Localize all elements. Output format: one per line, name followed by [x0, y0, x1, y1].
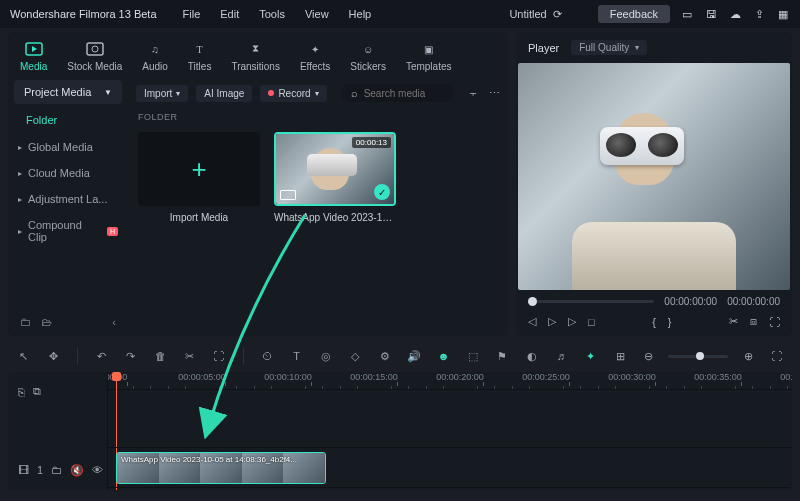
import-button[interactable]: Import▾	[136, 85, 188, 102]
delete-icon[interactable]: 🗑	[152, 348, 167, 364]
tracks-area[interactable]: 00:0000:00:05:0000:00:10:0000:00:15:0000…	[108, 372, 792, 490]
zoom-handle[interactable]	[696, 352, 704, 360]
video-track-1[interactable]: WhatsApp Video 2023-10-05 at 14:08:36_4b…	[108, 448, 792, 488]
monitor-icon[interactable]: ▭	[680, 7, 694, 21]
timeline-clip[interactable]: WhatsApp Video 2023-10-05 at 14:08:36_4b…	[116, 452, 326, 484]
ai-tool-icon[interactable]: ☻	[436, 348, 451, 364]
redo-icon[interactable]: ↷	[123, 348, 138, 364]
mark-out-icon[interactable]: }	[668, 316, 672, 328]
main-menu: File Edit Tools View Help	[183, 8, 372, 20]
tab-audio[interactable]: ♫Audio	[142, 40, 168, 72]
time-ruler[interactable]: 00:0000:00:05:0000:00:10:0000:00:15:0000…	[108, 372, 792, 390]
sidebar-project-media[interactable]: Project Media ▼	[14, 80, 122, 104]
import-media-box[interactable]: +	[138, 132, 260, 206]
mixer-icon[interactable]: ⊞	[612, 348, 628, 364]
cloud-icon[interactable]: ☁	[728, 7, 742, 21]
player-controls: ◁ ▷ ▷ □ { } ✂ ⧇ ⛶	[516, 311, 792, 336]
media-clip-box[interactable]: 00:00:13 ✓	[274, 132, 396, 206]
split-icon[interactable]: ✂	[182, 348, 197, 364]
menu-help[interactable]: Help	[349, 8, 372, 20]
new-folder-icon[interactable]: 🗀	[20, 316, 31, 328]
empty-track[interactable]	[108, 390, 792, 448]
video-track-icon[interactable]: 🎞	[18, 464, 29, 476]
templates-icon: ▣	[420, 40, 438, 58]
lock-icon[interactable]: 🗀	[51, 464, 62, 476]
tab-transitions[interactable]: ⧗Transitions	[231, 40, 280, 72]
marker-icon[interactable]: ⚑	[495, 348, 510, 364]
media-clip-tile[interactable]: 00:00:13 ✓ WhatsApp Video 2023-10-05...	[274, 132, 396, 223]
tab-stickers[interactable]: ☺Stickers	[350, 40, 386, 72]
export-icon[interactable]: ⇪	[752, 7, 766, 21]
smart-tool-icon[interactable]: ✦	[583, 348, 598, 364]
link-icon[interactable]: ⧉	[33, 385, 41, 398]
visibility-icon[interactable]: 👁	[92, 464, 103, 476]
sidebar-adjustment-layer[interactable]: ▸Adjustment La...	[8, 186, 128, 212]
import-media-tile[interactable]: + Import Media	[138, 132, 260, 223]
prev-frame-icon[interactable]: ◁	[528, 315, 536, 328]
player-tab[interactable]: Player	[528, 42, 559, 54]
ai-image-button[interactable]: AI Image	[196, 85, 252, 102]
library-sidebar: Project Media ▼ Folder ▸Global Media ▸Cl…	[8, 78, 128, 336]
folder-label[interactable]: Folder	[8, 106, 128, 134]
scrub-handle[interactable]	[528, 297, 537, 306]
volume-icon[interactable]: 🔊	[406, 348, 421, 364]
speed-icon[interactable]: ⏲	[260, 348, 275, 364]
tab-media[interactable]: Media	[20, 40, 47, 72]
menu-edit[interactable]: Edit	[220, 8, 239, 20]
folder-heading: FOLDER	[136, 106, 500, 128]
record-button[interactable]: Record▾	[260, 85, 326, 102]
menu-tools[interactable]: Tools	[259, 8, 285, 20]
svg-point-2	[92, 46, 98, 52]
sidebar-compound-clip[interactable]: ▸Compound ClipH	[8, 212, 128, 250]
hand-tool-icon[interactable]: ✥	[45, 348, 60, 364]
adjust-icon[interactable]: ⚙	[377, 348, 392, 364]
zoom-in-icon[interactable]: ⊕	[740, 348, 756, 364]
keyframe-icon[interactable]: ◇	[348, 348, 363, 364]
menu-file[interactable]: File	[183, 8, 201, 20]
sidebar-global-media[interactable]: ▸Global Media	[8, 134, 128, 160]
sidebar-actions: 🗀 🗁 ‹	[8, 308, 128, 336]
more-icon[interactable]: ⋯	[489, 87, 500, 100]
sync-icon[interactable]: ⟳	[553, 8, 562, 21]
collapse-sidebar-icon[interactable]: ‹	[112, 316, 116, 328]
chevron-right-icon: ▸	[18, 169, 22, 178]
preview-viewer[interactable]	[518, 63, 790, 290]
zoom-out-icon[interactable]: ⊖	[640, 348, 656, 364]
cursor-tool-icon[interactable]: ↖	[16, 348, 31, 364]
audio-tool-icon[interactable]: ♬	[553, 348, 568, 364]
fit-icon[interactable]: ⛶	[768, 348, 784, 364]
play-icon[interactable]: ▷	[548, 315, 556, 328]
scrub-track[interactable]	[528, 300, 654, 303]
mute-icon[interactable]: 🔇	[70, 464, 84, 477]
menu-view[interactable]: View	[305, 8, 329, 20]
sidebar-cloud-media[interactable]: ▸Cloud Media	[8, 160, 128, 186]
undo-icon[interactable]: ↶	[94, 348, 109, 364]
filter-icon[interactable]: ⫟	[468, 87, 479, 100]
search-input[interactable]	[364, 88, 444, 99]
crop-icon[interactable]: ⛶	[211, 348, 226, 364]
color-icon[interactable]: ◎	[318, 348, 333, 364]
save-icon[interactable]: 🖫	[704, 7, 718, 21]
timeline-body: ⎘⧉ 🎞 1 🗀 🔇 👁 00:0000:00:05:0000:00:10:00…	[8, 372, 792, 490]
next-frame-icon[interactable]: ▷	[568, 315, 576, 328]
fullscreen-icon[interactable]: ⛶	[769, 316, 780, 328]
quality-dropdown[interactable]: Full Quality▾	[571, 40, 647, 55]
apps-icon[interactable]: ▦	[776, 7, 790, 21]
zoom-slider[interactable]	[668, 355, 728, 358]
mark-in-icon[interactable]: {	[652, 316, 656, 328]
mask-icon[interactable]: ◐	[524, 348, 539, 364]
search-box[interactable]: ⌕	[341, 84, 454, 102]
tab-effects[interactable]: ✦Effects	[300, 40, 330, 72]
snapshot-icon[interactable]: ✂	[729, 315, 738, 328]
text-icon[interactable]: T	[289, 348, 304, 364]
tab-stock-media[interactable]: Stock Media	[67, 40, 122, 72]
tab-templates[interactable]: ▣Templates	[406, 40, 452, 72]
feedback-button[interactable]: Feedback	[598, 5, 670, 23]
tab-titles[interactable]: TTitles	[188, 40, 212, 72]
stop-icon[interactable]: □	[588, 316, 595, 328]
track-number: 1	[37, 464, 43, 476]
edit-tool-icon[interactable]: ⬚	[465, 348, 480, 364]
camera-icon[interactable]: ⧇	[750, 315, 757, 328]
open-folder-icon[interactable]: 🗁	[41, 316, 52, 328]
toggle-tracks-icon[interactable]: ⎘	[18, 386, 25, 398]
